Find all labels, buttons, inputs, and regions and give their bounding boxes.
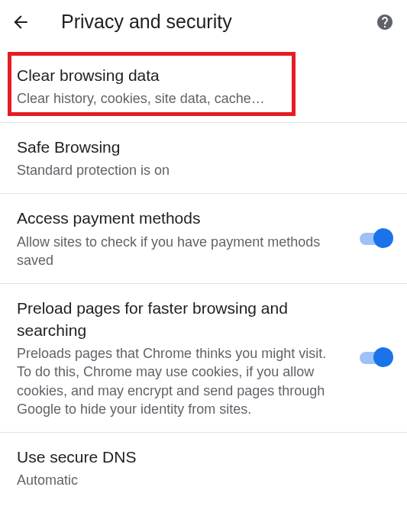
settings-list: Clear browsing data Clear history, cooki… (0, 44, 407, 504)
help-icon[interactable] (375, 12, 395, 32)
item-subtitle: Standard protection is on (17, 161, 390, 179)
item-text: Clear browsing data Clear history, cooki… (17, 65, 390, 108)
header: Privacy and security (0, 0, 407, 44)
setting-payment-methods[interactable]: Access payment methods Allow sites to ch… (0, 194, 407, 284)
toggle-preload-pages[interactable] (360, 352, 390, 364)
item-title: Preload pages for faster browsing and se… (17, 298, 343, 341)
item-text: Use secure DNS Automatic (17, 447, 390, 490)
item-subtitle: Clear history, cookies, site data, cache… (17, 89, 390, 108)
setting-preload-pages[interactable]: Preload pages for faster browsing and se… (0, 284, 407, 433)
toggle-payment-methods[interactable] (360, 233, 390, 245)
item-text: Preload pages for faster browsing and se… (17, 298, 343, 418)
item-text: Safe Browsing Standard protection is on (17, 137, 390, 180)
back-arrow-icon[interactable] (11, 12, 31, 32)
item-title: Access payment methods (17, 208, 343, 229)
item-title: Use secure DNS (17, 447, 390, 468)
item-subtitle: Preloads pages that Chrome thinks you mi… (17, 344, 343, 418)
item-subtitle: Automatic (17, 471, 390, 489)
setting-clear-browsing-data[interactable]: Clear browsing data Clear history, cooki… (0, 51, 407, 123)
page-title: Privacy and security (61, 11, 232, 33)
item-subtitle: Allow sites to check if you have payment… (17, 233, 343, 270)
setting-secure-dns[interactable]: Use secure DNS Automatic (0, 433, 407, 504)
item-title: Safe Browsing (17, 137, 390, 158)
item-text: Access payment methods Allow sites to ch… (17, 208, 343, 269)
item-title: Clear browsing data (17, 65, 390, 86)
setting-safe-browsing[interactable]: Safe Browsing Standard protection is on (0, 123, 407, 195)
